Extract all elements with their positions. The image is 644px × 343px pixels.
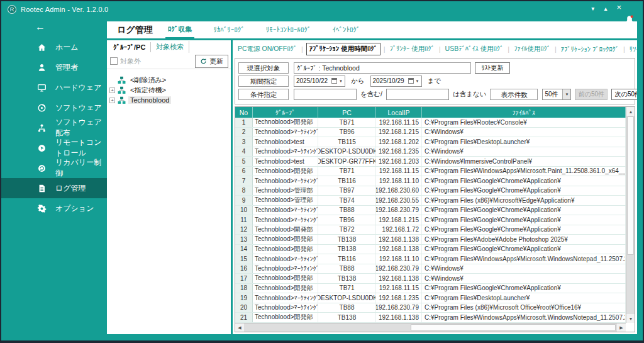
cell-local-ip: 192.168.11.15: [376, 167, 422, 176]
cell-file-path: C:¥Program Files¥Rootec¥Console¥: [422, 118, 626, 127]
sidebar-item-recovery-control[interactable]: リカバリー制御: [1, 158, 107, 178]
table-row[interactable]: 2Technoblood>ﾏｰｹﾃｨﾝｸﾞTB96192.168.1.215C:…: [235, 128, 626, 138]
cell-group: Technoblood>ﾏｰｹﾃｨﾝｸﾞ: [253, 303, 318, 313]
table-row[interactable]: 19Technoblood>ﾏｰｹﾃｨﾝｸﾞDESKTOP-LSDU0DK192…: [235, 293, 626, 303]
log-tab-5[interactable]: ｱﾌﾟﾘｹｰｼｮﾝ ﾌﾞﾛｯｸﾛｸﾞ: [560, 44, 620, 54]
include-input[interactable]: [294, 89, 357, 100]
cell-local-ip: 192.168.11.10: [376, 176, 422, 186]
scroll-up-icon[interactable]: ▲: [626, 107, 635, 116]
close-icon[interactable]: ×: [616, 3, 621, 13]
cell-local-ip: 192.168.1.138: [376, 274, 422, 283]
vertical-scrollbar[interactable]: ▲ ▼: [626, 107, 635, 323]
cell-file-path: C:¥Program Files¥WindowsApps¥Microsoft.W…: [422, 313, 626, 322]
table-row[interactable]: 12Technoblood>開発部TB72192.168.1.72C:¥Prog…: [235, 225, 626, 235]
log-tab-6[interactable]: ﾘｿｰｽﾓﾆﾀﾘﾝｸﾞ: [628, 44, 637, 54]
prev-page-button[interactable]: 前の50件: [575, 89, 608, 100]
sidebar-item-home[interactable]: ホーム: [1, 37, 107, 57]
scroll-right-icon[interactable]: ▶: [617, 323, 626, 332]
header-tab-2[interactable]: ﾘﾓｰﾄｺﾝﾄﾛｰﾙﾛｸﾞ: [264, 21, 314, 38]
log-header-strip: ログ管理 ﾛｸﾞ収集ﾘｶﾊﾞﾘｰﾛｸﾞﾘﾓｰﾄｺﾝﾄﾛｰﾙﾛｸﾞｲﾍﾞﾝﾄﾛｸﾞ: [107, 21, 637, 38]
refresh-button[interactable]: 更新: [195, 55, 228, 68]
home-icon: [37, 43, 47, 52]
exclude-input[interactable]: [386, 89, 449, 100]
date-from-picker[interactable]: 2025/10/22 ▼: [294, 76, 345, 87]
horizontal-scrollbar[interactable]: ◀ ▶: [235, 323, 626, 332]
tree-item[interactable]: +Technoblood: [109, 95, 230, 105]
table-row[interactable]: 3Technoblood>testTB115192.168.1.202C:¥Pr…: [235, 137, 626, 147]
table-row[interactable]: 15Technoblood>ﾏｰｹﾃｨﾝｸﾞTB116192.168.11.10…: [235, 254, 626, 264]
list-update-button[interactable]: ﾘｽﾄ更新: [475, 62, 510, 74]
cell-local-ip: 192.168.230.79: [376, 264, 422, 274]
log-tab-1[interactable]: ｱﾌﾟﾘｹｰｼｮﾝ 使用時間ﾛｸﾞ: [306, 43, 380, 55]
back-arrow-icon[interactable]: ←: [35, 22, 107, 32]
tree-item[interactable]: +<指定待機>: [109, 85, 230, 95]
cell-group: Technoblood>ﾏｰｹﾃｨﾝｸﾞ: [253, 206, 318, 215]
to-word: まで: [428, 77, 441, 86]
log-tab-3[interactable]: USBﾃﾞﾊﾞｲｽ 使用ﾛｸﾞ: [444, 43, 505, 55]
table-row[interactable]: 1Technoblood>開発部TB71192.168.11.15C:¥Prog…: [235, 118, 626, 128]
table-row[interactable]: 5Technoblood>testDESKTOP-GR77FFK192.168.…: [235, 157, 626, 167]
display-count-select[interactable]: 50件 ▼: [542, 89, 571, 100]
table-row[interactable]: 9Technoblood>管理部TB74192.168.230.55C:¥Pro…: [235, 196, 626, 206]
table-row[interactable]: 16Technoblood>ﾏｰｹﾃｨﾝｸﾞTB88192.168.230.79…: [235, 264, 626, 274]
tree-item[interactable]: <削除済み>: [109, 75, 230, 85]
header-tab-1[interactable]: ﾘｶﾊﾞﾘｰﾛｸﾞ: [211, 21, 247, 38]
cell-pc: TB88: [318, 303, 376, 313]
cell-local-ip: 192.168.1.138: [376, 313, 422, 322]
cell-group: Technoblood>ﾏｰｹﾃｨﾝｸﾞ: [253, 254, 318, 264]
table-row[interactable]: 7Technoblood>ﾏｰｹﾃｨﾝｸﾞTB116192.168.11.10C…: [235, 176, 626, 186]
horizontal-scroll-thumb[interactable]: [411, 324, 616, 331]
sidebar-item-software[interactable]: ソフトウェア: [1, 98, 107, 118]
log-tab-0[interactable]: PC電源 ON/OFFﾛｸﾞ: [236, 43, 298, 55]
table-row[interactable]: 6Technoblood>開発部TB71192.168.11.15C:¥Prog…: [235, 167, 626, 177]
header-tab-3[interactable]: ｲﾍﾞﾝﾄﾛｸﾞ: [330, 21, 362, 38]
cell-pc: TB96: [318, 215, 376, 225]
sidebar-item-remote-control[interactable]: リモートコントロール: [1, 138, 107, 158]
cell-group: Technoblood>開発部: [253, 245, 318, 254]
table-row[interactable]: 4Technoblood>ﾏｰｹﾃｨﾝｸﾞDESKTOP-LSDU0DK192.…: [235, 147, 626, 157]
table-row[interactable]: 20Technoblood>ﾏｰｹﾃｨﾝｸﾞTB88192.168.230.79…: [235, 303, 626, 313]
cell-pc: DESKTOP-LSDU0DK: [318, 293, 376, 303]
cell-local-ip: 192.168.1.215: [376, 128, 422, 137]
date-to-picker[interactable]: 2025/10/29 ▼: [370, 76, 422, 87]
exclude-checkbox[interactable]: [110, 57, 118, 65]
cell-group: Technoblood>ﾏｰｹﾃｨﾝｸﾞ: [253, 147, 318, 157]
table-row[interactable]: 18Technoblood>開発部TB71192.168.11.15C:¥Pro…: [235, 284, 626, 294]
log-tab-2[interactable]: ﾌﾟﾘﾝﾀｰ 使用ﾛｸﾞ: [389, 43, 436, 55]
log-tab-4[interactable]: ﾌｧｲﾙ使用ﾛｸﾞ: [513, 43, 552, 55]
sidebar-item-hardware[interactable]: ハードウェア: [1, 77, 107, 98]
cell-file-path: C:¥Program Files¥Google¥Chrome¥Applicati…: [422, 176, 626, 186]
cell-no: 1: [235, 118, 253, 127]
sidebar-item-log-management[interactable]: ログ管理: [1, 178, 107, 198]
maximize-icon[interactable]: ▴: [604, 4, 607, 13]
expand-plus-icon[interactable]: +: [109, 98, 115, 103]
scroll-down-icon[interactable]: ▼: [626, 314, 635, 323]
cell-group: Technoblood>開発部: [253, 167, 318, 176]
next-page-button[interactable]: 次の50件: [611, 89, 637, 100]
date-from-value: 2025/10/22: [296, 77, 330, 84]
table-row[interactable]: 21Technoblood>開発部TB138192.168.1.138C:¥Pr…: [235, 313, 626, 323]
tree-panel-tab-0[interactable]: ｸﾞﾙｰﾌﾟ/PC: [108, 42, 151, 52]
sidebar-item-admin[interactable]: 管理者: [1, 57, 107, 77]
header-tab-0[interactable]: ﾛｸﾞ収集: [165, 21, 195, 38]
expand-plus-icon[interactable]: +: [109, 87, 115, 93]
sidebar-item-label: ハードウェア: [55, 82, 101, 93]
sidebar-item-software-distribution[interactable]: ソフトウェア配布: [1, 118, 107, 138]
table-row[interactable]: 13Technoblood>開発部TB138192.168.1.138C:¥Pr…: [235, 235, 626, 245]
sidebar-item-label: リカバリー制御: [55, 157, 107, 179]
table-row[interactable]: 11Technoblood>ﾏｰｹﾃｨﾝｸﾞTB96192.168.1.215C…: [235, 215, 626, 225]
vertical-scroll-thumb[interactable]: [627, 116, 634, 255]
table-row[interactable]: 17Technoblood>開発部TB138192.168.1.138C:¥Wi…: [235, 274, 626, 284]
remote-icon: [37, 143, 47, 153]
chevron-down-icon: ▼: [339, 79, 343, 83]
table-row[interactable]: 8Technoblood>管理部TB97192.168.230.60C:¥Pro…: [235, 186, 626, 196]
sidebar-item-options[interactable]: オプション: [1, 198, 107, 218]
cell-file-path: C:¥Program Files¥WindowsApps¥Microsoft.W…: [422, 254, 626, 264]
tree-panel-tab-1[interactable]: 対象検索: [151, 41, 189, 53]
table-row[interactable]: 10Technoblood>ﾏｰｹﾃｨﾝｸﾞTB88192.168.230.79…: [235, 206, 626, 216]
current-target-label: 現選択対象: [238, 62, 289, 74]
minimize-icon[interactable]: ▾: [591, 4, 594, 13]
log-icon: [37, 184, 47, 193]
scroll-left-icon[interactable]: ◀: [235, 323, 244, 332]
table-row[interactable]: 14Technoblood>開発部TB138192.168.1.138C:¥Pr…: [235, 245, 626, 255]
